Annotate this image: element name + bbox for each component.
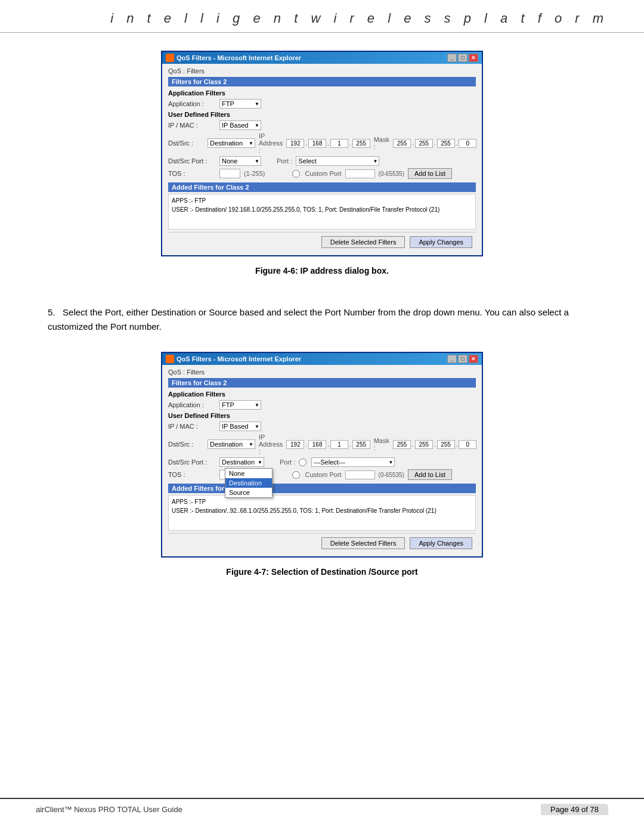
page-footer: airClient™ Nexus PRO TOTAL User Guide Pa… [0, 798, 644, 815]
app-select-1[interactable]: FTP [219, 99, 261, 109]
port-select-2[interactable]: ---Select--- [311, 457, 395, 467]
custom-port-input-2[interactable] [345, 470, 375, 479]
ip-mac-select-wrapper-1[interactable]: IP Based [219, 120, 261, 130]
port-radio-2[interactable] [299, 459, 306, 466]
restore-btn-1[interactable]: □ [458, 54, 467, 62]
mask2-input-3[interactable] [437, 440, 455, 449]
win-footer-2: Delete Selected Filters Apply Changes [168, 533, 476, 553]
dst-src-port-select-wrapper-2[interactable]: Destination [219, 457, 264, 467]
apply-btn-1[interactable]: Apply Changes [410, 236, 472, 248]
ip-mac-select-1[interactable]: IP Based [219, 120, 261, 130]
mask-label-1: Mask : [374, 136, 389, 150]
dst-src-select-wrapper-1[interactable]: Destination [208, 138, 255, 148]
delete-btn-2[interactable]: Delete Selected Filters [321, 537, 405, 549]
dst-src-port-area-2: Dst/Src Port : Destination Port : ---Sel… [168, 457, 476, 480]
added-filters-header-2: Added Filters for Class 2 [168, 484, 476, 493]
mask2-input-2[interactable] [415, 440, 433, 449]
win-footer-1: Delete Selected Filters Apply Changes [168, 232, 476, 252]
titlebar-left-2: QoS Filters - Microsoft Internet Explore… [166, 355, 301, 363]
filter-line2-2: USER :- Destination/..92..68.1.0/255.255… [172, 506, 472, 515]
add-to-list-btn-2[interactable]: Add to List [408, 469, 452, 480]
dst-src-port-select-2[interactable]: Destination [219, 457, 264, 467]
tos-row-2: TOS : (1-255) Custom Port (0-65535) Add … [168, 469, 476, 480]
app-select-wrapper-1[interactable]: FTP [219, 99, 261, 109]
added-filters-content-2: APPS :- FTP USER :- Destination/..92..68… [168, 495, 476, 531]
app-icon-1 [166, 54, 174, 62]
added-filters-content-1: APPS :- FTP USER :- Destination/ 192.168… [168, 194, 476, 230]
ip2-input-3[interactable] [330, 440, 348, 449]
dst-src-port-row-1: Dst/Src Port : None Port : Select [168, 156, 476, 166]
mask-input-1[interactable] [393, 139, 411, 148]
dialog-body-2: QoS : Filters Filters for Class 2 Applic… [162, 365, 482, 556]
apply-btn-2[interactable]: Apply Changes [410, 537, 472, 549]
tos-row-1: TOS : (1-255) Custom Port (0-65535) Add … [168, 168, 476, 179]
mask-input-3[interactable] [437, 139, 455, 148]
custom-port-label-2: Custom Port [305, 471, 341, 478]
mask2-input-1[interactable] [393, 440, 411, 449]
custom-port-radio-1[interactable] [292, 170, 300, 178]
dropdown-source[interactable]: Source [225, 488, 272, 497]
win-controls-2[interactable]: _ □ ✕ [447, 355, 478, 363]
footer-right-tab: Page 49 of 78 [541, 804, 608, 815]
ip-mac-select-2[interactable]: IP Based [219, 422, 261, 431]
figure-caption-1: Figure 4-6: IP address dialog box. [255, 266, 389, 275]
port-range-1: (0-65535) [379, 171, 404, 177]
minimize-btn-1[interactable]: _ [447, 54, 457, 62]
breadcrumb-1: QoS : Filters [168, 67, 476, 75]
ip-input-4[interactable]: 255 [352, 139, 370, 148]
dst-src-select-2[interactable]: Destination [208, 439, 255, 449]
dropdown-none[interactable]: None [225, 469, 272, 478]
tos-input-1[interactable] [219, 169, 240, 178]
mask-input-4[interactable] [459, 139, 476, 148]
custom-port-input-1[interactable] [345, 169, 375, 178]
port-select-1[interactable]: Select [296, 156, 379, 166]
dst-src-port-select-1[interactable]: None [219, 156, 261, 166]
ip-input-2[interactable]: 168 [308, 139, 326, 148]
user-defined-header-2: User Defined Filters [168, 412, 476, 419]
application-row-1: Application : FTP [168, 99, 476, 109]
win-controls-1[interactable]: _ □ ✕ [447, 54, 478, 62]
dropdown-menu-2[interactable]: None Destination Source [225, 468, 273, 498]
breadcrumb-2: QoS : Filters [168, 368, 476, 376]
minimize-btn-2[interactable]: _ [447, 355, 457, 363]
ip-input-1[interactable]: 192 [286, 139, 304, 148]
ip-mac-select-wrapper-2[interactable]: IP Based [219, 422, 261, 431]
custom-port-radio-2[interactable] [292, 471, 300, 479]
step-description: Select the Port, either Destination or S… [48, 307, 569, 332]
app-select-wrapper-2[interactable]: FTP [219, 400, 261, 410]
dst-src-select-1[interactable]: Destination [208, 138, 255, 148]
ip2-input-1[interactable] [286, 440, 304, 449]
mask-box-1: . . . [393, 139, 476, 148]
custom-port-label-1: Custom Port [305, 170, 341, 177]
ip2-input-4[interactable] [352, 440, 370, 449]
ip2-input-2[interactable] [308, 440, 326, 449]
app-filters-header-1: Application Filters [168, 89, 476, 97]
restore-btn-2[interactable]: □ [458, 355, 467, 363]
delete-btn-1[interactable]: Delete Selected Filters [321, 236, 405, 248]
close-btn-1[interactable]: ✕ [469, 54, 478, 62]
port-select-wrapper-1[interactable]: Select [296, 156, 379, 166]
port-select-wrapper-2[interactable]: ---Select--- [311, 457, 395, 467]
filter-line2-1: USER :- Destination/ 192.168.1.0/255.255… [172, 205, 472, 214]
step-number: 5. [48, 307, 55, 317]
app-select-2[interactable]: FTP [219, 400, 261, 410]
close-btn-2[interactable]: ✕ [469, 355, 478, 363]
step-5-text: 5. Select the Port, either Destination o… [36, 305, 608, 334]
mask-label-2: Mask : [374, 437, 389, 451]
titlebar-1: QoS Filters - Microsoft Internet Explore… [162, 52, 482, 64]
dst-src-port-label-1: Dst/Src Port : [168, 157, 216, 165]
dropdown-destination[interactable]: Destination [225, 478, 272, 488]
titlebar-2: QoS Filters - Microsoft Internet Explore… [162, 353, 482, 365]
add-to-list-btn-1[interactable]: Add to List [408, 168, 452, 179]
dst-src-label-1: Dst/Src : [168, 140, 204, 147]
mask-input-2[interactable] [415, 139, 433, 148]
app-filters-header-2: Application Filters [168, 391, 476, 398]
dst-src-select-wrapper-2[interactable]: Destination [208, 439, 255, 449]
ip-address-label-1: IP Address : [259, 132, 283, 154]
dst-src-port-select-wrapper-1[interactable]: None [219, 156, 261, 166]
ip-input-3[interactable]: 1 [330, 139, 348, 148]
header-title: i n t e l l i g e n t w i r e l e s s p … [110, 11, 608, 26]
figure-1-container: QoS Filters - Microsoft Internet Explore… [36, 51, 608, 287]
mask2-input-4[interactable] [459, 440, 476, 449]
port-range-2: (0-65535) [379, 472, 404, 478]
